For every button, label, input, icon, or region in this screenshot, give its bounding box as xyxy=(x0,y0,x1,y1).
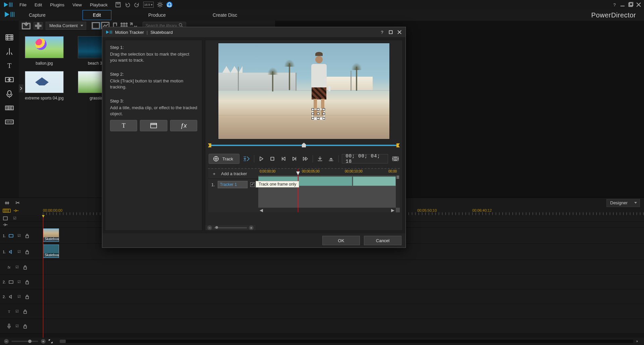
track-lock-icon[interactable] xyxy=(24,249,30,255)
tab-capture[interactable]: Capture xyxy=(19,10,56,20)
chapter-room-icon[interactable]: 123 xyxy=(5,104,14,112)
track-visible-icon[interactable]: ☑ xyxy=(14,265,20,270)
notifications-icon[interactable] xyxy=(166,2,172,8)
stop-icon[interactable] xyxy=(269,154,276,163)
menu-file[interactable]: File xyxy=(16,1,30,9)
menu-view[interactable]: View xyxy=(69,1,85,9)
track-lock-icon[interactable] xyxy=(22,324,28,329)
dialog-titlebar[interactable]: Motion Tracker | Skateboard ? xyxy=(102,27,406,37)
close-icon[interactable] xyxy=(636,2,641,7)
out-point-handle[interactable] xyxy=(396,143,400,147)
minimize-icon[interactable] xyxy=(620,2,625,7)
tracker-enabled-checkbox[interactable] xyxy=(250,182,255,187)
menu-edit[interactable]: Edit xyxy=(31,1,45,9)
track-button[interactable]: Track xyxy=(209,154,239,164)
track-visible-icon[interactable]: ☑ xyxy=(16,249,22,255)
fit-timeline-icon[interactable] xyxy=(48,339,53,344)
track-lock-icon[interactable] xyxy=(24,279,30,285)
tab-produce[interactable]: Produce xyxy=(138,10,176,20)
media-room-icon[interactable] xyxy=(5,33,14,42)
track-visible-icon[interactable]: ☑ xyxy=(16,294,22,299)
track-visible-icon[interactable]: ☑ xyxy=(14,309,20,314)
track-visible-icon[interactable]: ☑ xyxy=(16,233,22,238)
add-media-button[interactable] xyxy=(140,120,167,131)
designer-dropdown[interactable]: Designer xyxy=(606,199,640,207)
track-lock-icon[interactable] xyxy=(24,294,30,299)
tracker-playhead[interactable] xyxy=(298,169,298,212)
scroll-right-icon[interactable] xyxy=(636,339,640,344)
in-point-handle[interactable] xyxy=(208,143,211,147)
undo-icon[interactable] xyxy=(124,2,130,8)
tracker-zoom-out-icon[interactable]: − xyxy=(207,225,212,230)
save-icon[interactable] xyxy=(115,2,121,8)
redo-icon[interactable] xyxy=(134,2,140,8)
play-icon[interactable] xyxy=(258,154,265,163)
library-dropdown[interactable]: Media Content xyxy=(46,22,86,30)
settings-icon[interactable] xyxy=(157,2,163,8)
track-visible-icon[interactable]: ☑ xyxy=(12,216,17,221)
track-lock-icon[interactable] xyxy=(22,265,28,270)
maximize-icon[interactable] xyxy=(628,2,633,7)
timeline-scrollbar[interactable] xyxy=(60,340,633,343)
aspect-ratio-icon[interactable]: 16:9 ▾ xyxy=(143,2,154,8)
subtitle-room-icon[interactable] xyxy=(5,118,14,126)
track-visible-icon[interactable]: ☑ xyxy=(14,324,20,329)
track-visible-icon[interactable]: ☑ xyxy=(16,279,22,285)
zoom-slider[interactable] xyxy=(11,341,38,342)
help-icon[interactable]: ? xyxy=(612,2,617,7)
preview-viewport[interactable] xyxy=(218,43,390,139)
media-item[interactable]: extreme sports 04.jpg xyxy=(23,71,66,100)
mark-in-icon[interactable] xyxy=(316,154,324,163)
import-media-icon[interactable] xyxy=(21,22,31,29)
prev-frame-icon[interactable] xyxy=(279,154,287,163)
mark-out-icon[interactable] xyxy=(327,154,335,163)
timeline-clip[interactable]: Skateboa xyxy=(43,228,59,242)
timeline-clip[interactable]: Skateboa xyxy=(43,245,59,258)
panel-expand-icon[interactable] xyxy=(19,84,23,92)
ruler-mode-icon[interactable] xyxy=(3,208,11,214)
track-sync-icon[interactable] xyxy=(3,222,8,227)
snap-icon[interactable] xyxy=(13,208,19,214)
dialog-close-icon[interactable] xyxy=(397,29,402,35)
transition-room-icon[interactable] xyxy=(5,76,14,84)
media-item[interactable]: ballon.jpg xyxy=(23,36,66,66)
tracker-name-input[interactable]: Tracker 1 xyxy=(218,181,248,188)
timecode-display[interactable]: 00; 00; 04; 18 xyxy=(342,154,388,163)
filter-all-icon[interactable] xyxy=(92,22,100,29)
tracker-zoom-in-icon[interactable]: + xyxy=(249,225,254,230)
zoom-in-icon[interactable]: + xyxy=(41,339,46,344)
track-lock-icon[interactable] xyxy=(24,233,30,238)
tracker-list-item[interactable]: 1. Tracker 1 xyxy=(208,179,258,190)
next-frame-icon[interactable] xyxy=(290,154,298,163)
add-effect-button[interactable]: ƒx xyxy=(170,120,197,131)
add-tracker-button[interactable]: ＋ Add a tracker xyxy=(208,169,258,179)
menu-playback[interactable]: Playback xyxy=(87,1,111,9)
tracker-scroll-left-icon[interactable]: ◀ xyxy=(260,208,263,213)
track-header-icon[interactable] xyxy=(3,216,8,221)
zoom-out-icon[interactable]: − xyxy=(4,339,9,344)
ok-button[interactable]: OK xyxy=(322,236,360,245)
particle-room-icon[interactable] xyxy=(5,48,14,56)
plugin-icon[interactable] xyxy=(34,22,43,29)
tracker-ruler[interactable]: 0;00;00;00 00;00;05;00 00;00;10;00 00;00 xyxy=(258,169,400,176)
preview-scrubber[interactable] xyxy=(208,143,400,147)
menu-plugins[interactable]: Plugins xyxy=(47,1,68,9)
dialog-maximize-icon[interactable] xyxy=(388,29,393,35)
tracker-selection-box[interactable] xyxy=(312,109,324,119)
split-tool-icon[interactable]: ✂ xyxy=(15,200,20,206)
tracker-scroll-right-icon[interactable]: ▶ xyxy=(391,208,394,213)
preview-quality-icon[interactable] xyxy=(391,154,399,163)
tracker-vscrollbar[interactable] xyxy=(396,176,400,208)
add-title-button[interactable]: T xyxy=(110,120,137,131)
track-one-frame-button[interactable] xyxy=(243,154,251,163)
track-lock-icon[interactable] xyxy=(22,309,28,314)
title-room-icon[interactable]: T xyxy=(5,62,14,70)
dialog-help-icon[interactable]: ? xyxy=(379,29,385,35)
tab-create-disc[interactable]: Create Disc xyxy=(203,10,247,20)
scrubber-thumb[interactable] xyxy=(302,143,306,147)
audio-room-icon[interactable] xyxy=(5,90,14,98)
tab-edit[interactable]: Edit xyxy=(83,10,111,20)
align-tool-icon[interactable] xyxy=(4,201,10,205)
cancel-button[interactable]: Cancel xyxy=(364,236,401,245)
fast-forward-icon[interactable] xyxy=(302,154,309,163)
